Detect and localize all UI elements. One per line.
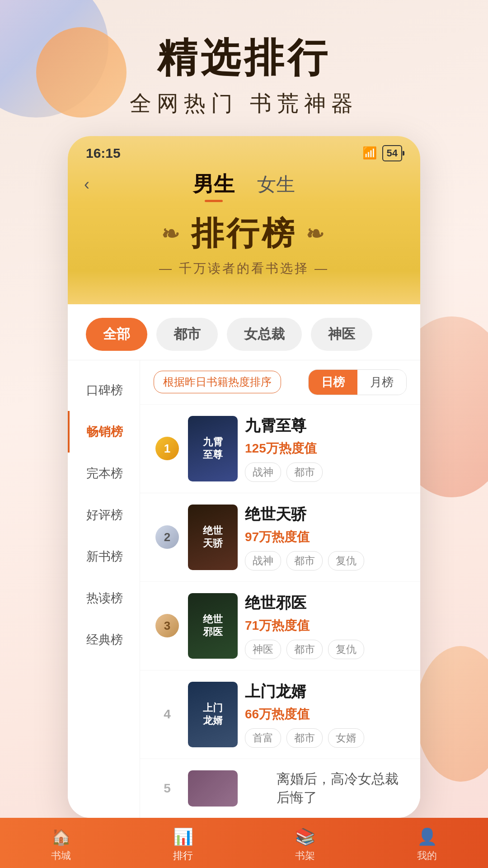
- book-cover-4: 上门龙婿: [188, 682, 238, 747]
- tab-month[interactable]: 月榜: [357, 370, 406, 395]
- book-info-3: 绝世邪医 71万热度值 神医 都市 复仇: [245, 593, 407, 659]
- rank-number-4: 4: [154, 707, 181, 722]
- book-tags-4: 首富 都市 女婿: [245, 728, 407, 748]
- status-time: 16:15: [86, 146, 121, 161]
- sidebar-item-complete[interactable]: 完本榜: [68, 453, 140, 494]
- book-tag-nüxu: 女婿: [328, 728, 364, 748]
- book-info-1: 九霄至尊 125万热度值 战神 都市: [245, 415, 407, 482]
- rank-subtitle-line: 千万读者的看书选择: [68, 260, 420, 277]
- book-item-1[interactable]: 1 九霄至尊 九霄至尊 125万热度值 战神 都市: [140, 405, 420, 493]
- book-heat-4: 66万热度值: [245, 706, 407, 723]
- book-tag-dushi: 都市: [286, 462, 323, 482]
- nav-tabs-area: ‹ 男生 女生: [68, 166, 420, 198]
- filter-row: 全部 都市 女总裁 神医: [68, 304, 420, 360]
- rank-subtitle: 千万读者的看书选择: [68, 260, 420, 277]
- book-tag-fuchou-2: 复仇: [328, 551, 364, 571]
- book-tags-1: 战神 都市: [245, 462, 407, 482]
- leaf-left-icon: ❧: [161, 221, 182, 246]
- bottom-nav: 🏠 书城 📊 排行 📚 书架 👤 我的: [0, 818, 488, 868]
- book-tags-3: 神医 都市 复仇: [245, 640, 407, 659]
- rank-banner-title: ❧ 排行榜 ❧: [68, 212, 420, 255]
- book-cover-1: 九霄至尊: [188, 416, 238, 481]
- sidebar-item-new[interactable]: 新书榜: [68, 536, 140, 577]
- book-tag-shoufu: 首富: [245, 728, 281, 748]
- status-icons: 📶 54: [362, 145, 402, 161]
- phone-top-area: 16:15 📶 54 ‹ 男生 女生 ❧ 排行榜 ❧ 千万读者的看书选择: [68, 136, 420, 304]
- tab-day[interactable]: 日榜: [309, 370, 357, 395]
- book-title-3: 绝世邪医: [245, 593, 407, 613]
- book-item-3[interactable]: 3 绝世邪医 绝世邪医 71万热度值 神医 都市 复仇: [140, 582, 420, 670]
- sidebar-item-reputation[interactable]: 口碑榜: [68, 369, 140, 411]
- filter-btn-divine-doctor[interactable]: 神医: [311, 318, 372, 351]
- bg-decoration-4: [416, 646, 488, 782]
- bottom-nav-home[interactable]: 🏠 书城: [51, 827, 71, 863]
- book-item-2[interactable]: 2 绝世天骄 绝世天骄 97万热度值 战神 都市 复仇: [140, 493, 420, 582]
- rank-badge-silver: 2: [155, 525, 179, 549]
- book-cover-2: 绝世天骄: [188, 505, 238, 570]
- book-tags-2: 战神 都市 复仇: [245, 551, 407, 571]
- bottom-nav-rank-label: 排行: [173, 849, 193, 863]
- hero-title: 精选排行: [0, 36, 488, 80]
- book-tag-dushi-4: 都市: [286, 728, 323, 748]
- filter-btn-city[interactable]: 都市: [156, 318, 218, 351]
- date-filter-row: 根据昨日书籍热度排序 日榜 月榜: [140, 360, 420, 405]
- rank-badge-gold: 1: [155, 437, 179, 460]
- bottom-nav-profile-label: 我的: [417, 849, 437, 863]
- sidebar-item-bestseller[interactable]: 畅销榜: [68, 411, 140, 453]
- book-tag-dushi-2: 都市: [286, 551, 323, 571]
- main-layout: 口碑榜 畅销榜 完本榜 好评榜 新书榜 热读榜 经典榜 根据昨日书籍热度排序 日…: [68, 360, 420, 818]
- day-month-tabs: 日榜 月榜: [308, 369, 407, 395]
- book-cover-5-peek: [188, 770, 238, 807]
- bottom-nav-rank[interactable]: 📊 排行: [173, 827, 193, 863]
- book-item-4[interactable]: 4 上门龙婿 上门龙婿 66万热度值 首富 都市 女婿: [140, 670, 420, 759]
- book-title-1: 九霄至尊: [245, 415, 407, 436]
- book-heat-2: 97万热度值: [245, 528, 407, 546]
- rank-banner: ❧ 排行榜 ❧ 千万读者的看书选择: [68, 198, 420, 286]
- status-bar: 16:15 📶 54: [68, 136, 420, 166]
- book-item-peek[interactable]: 5 离婚后，高冷女总裁后悔了: [140, 759, 420, 818]
- book-heat-3: 71万热度值: [245, 617, 407, 634]
- rank-number-1: 1: [154, 437, 181, 460]
- book-tag-shenyi: 神医: [245, 640, 281, 659]
- bottom-nav-shelf[interactable]: 📚 书架: [295, 827, 315, 863]
- bottom-nav-shelf-label: 书架: [295, 849, 315, 863]
- content-card: 全部 都市 女总裁 神医 口碑榜 畅销榜 完本榜 好评榜 新书榜 热读榜 经典榜…: [68, 304, 420, 818]
- leaf-right-icon: ❧: [306, 221, 327, 246]
- rank-number-3: 3: [154, 614, 181, 637]
- back-button[interactable]: ‹: [84, 175, 89, 194]
- phone-mockup: 16:15 📶 54 ‹ 男生 女生 ❧ 排行榜 ❧ 千万读者的看书选择: [68, 136, 420, 818]
- sidebar-item-classic[interactable]: 经典榜: [68, 619, 140, 660]
- bottom-nav-home-label: 书城: [51, 849, 71, 863]
- sort-hint: 根据昨日书籍热度排序: [154, 371, 281, 393]
- hero-subtitle: 全网热门 书荒神器: [0, 89, 488, 118]
- peek-text: 离婚后，高冷女总裁后悔了: [245, 770, 407, 807]
- wifi-icon: 📶: [362, 146, 377, 160]
- book-tag-zhanshen-2: 战神: [245, 551, 281, 571]
- tab-female[interactable]: 女生: [257, 172, 295, 197]
- book-cover-3: 绝世邪医: [188, 593, 238, 659]
- filter-btn-all[interactable]: 全部: [86, 318, 147, 351]
- hero-section: 精选排行 全网热门 书荒神器: [0, 0, 488, 136]
- sidebar-item-rated[interactable]: 好评榜: [68, 494, 140, 536]
- battery-indicator: 54: [382, 145, 402, 161]
- bottom-nav-profile[interactable]: 👤 我的: [417, 827, 437, 863]
- book-heat-1: 125万热度值: [245, 440, 407, 457]
- right-content: 根据昨日书籍热度排序 日榜 月榜 1 九霄至尊: [140, 360, 420, 818]
- profile-icon: 👤: [417, 827, 437, 846]
- tab-male[interactable]: 男生: [193, 170, 235, 198]
- book-title-4: 上门龙婿: [245, 681, 407, 702]
- filter-btn-female-ceo[interactable]: 女总裁: [227, 318, 302, 351]
- rank-badge-bronze: 3: [155, 614, 179, 637]
- book-info-4: 上门龙婿 66万热度值 首富 都市 女婿: [245, 681, 407, 748]
- rank-icon: 📊: [173, 827, 193, 846]
- shelf-icon: 📚: [295, 827, 315, 846]
- book-tag-fuchou-3: 复仇: [328, 640, 364, 659]
- home-icon: 🏠: [51, 827, 71, 846]
- sidebar: 口碑榜 畅销榜 完本榜 好评榜 新书榜 热读榜 经典榜: [68, 360, 140, 818]
- book-tag-zhanshen: 战神: [245, 462, 281, 482]
- sidebar-item-hot[interactable]: 热读榜: [68, 577, 140, 619]
- rank-number-2: 2: [154, 525, 181, 549]
- book-tag-dushi-3: 都市: [286, 640, 323, 659]
- book-title-2: 绝世天骄: [245, 504, 407, 525]
- book-info-2: 绝世天骄 97万热度值 战神 都市 复仇: [245, 504, 407, 571]
